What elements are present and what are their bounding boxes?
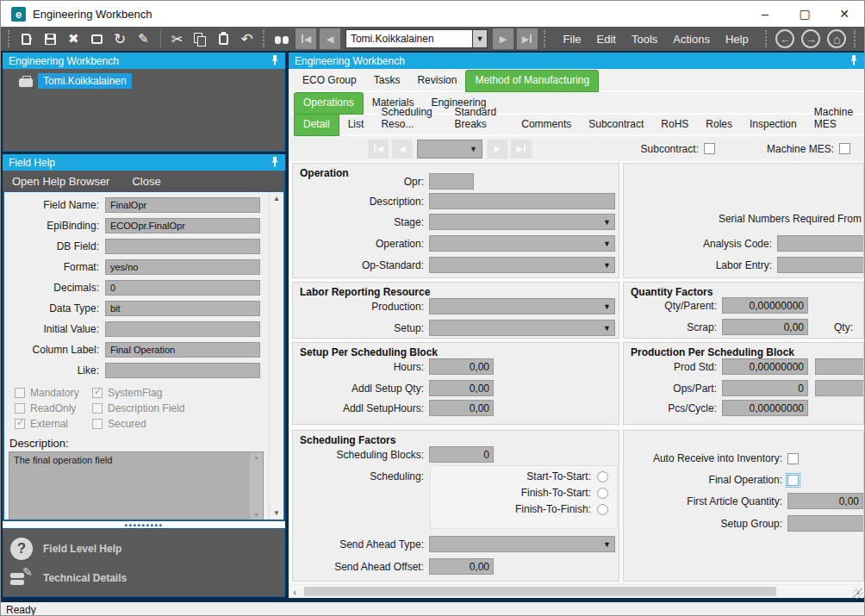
record-combobox-value[interactable]: Tomi.Koikkalainen (345, 29, 473, 48)
hours-input[interactable]: 0,00 (429, 358, 494, 375)
send-ahead-offset-input[interactable]: 0,00 (429, 558, 494, 575)
stage-combobox[interactable]: ▼ (429, 214, 615, 230)
menu-actions[interactable]: Actions (665, 29, 718, 49)
menu-tools[interactable]: Tools (624, 29, 665, 49)
toolbar-grip[interactable] (854, 30, 857, 47)
tab-roles[interactable]: Roles (697, 115, 741, 134)
tab-subcontract[interactable]: Subcontract (580, 115, 652, 134)
toolbar-grip[interactable] (765, 30, 769, 47)
prod-std-input[interactable]: 0,00000000 (722, 358, 808, 375)
menu-file[interactable]: File (556, 29, 589, 49)
systemflag-checkbox[interactable] (92, 388, 103, 398)
external-checkbox[interactable] (15, 419, 25, 429)
previous-record-button[interactable]: ◀ (320, 28, 340, 49)
copy-button[interactable] (190, 28, 211, 49)
pcs-cycle-input[interactable]: 0,00000000 (722, 400, 808, 416)
field-name-input[interactable]: FinalOpr (105, 197, 260, 213)
addl-setup-qty-input[interactable]: 0,00 (429, 380, 494, 396)
tab-scheduling-resources[interactable]: Scheduling Reso... (372, 103, 445, 134)
cut-button[interactable]: ✂ (166, 28, 188, 49)
menu-edit[interactable]: Edit (589, 29, 624, 49)
scrollbar-thumb[interactable] (304, 587, 776, 596)
clear-button[interactable]: ✎ (133, 28, 154, 49)
subcontract-checkbox[interactable] (704, 143, 715, 154)
final-operation-checkbox[interactable] (787, 475, 799, 486)
minimize-button[interactable]: – (745, 1, 785, 27)
search-button[interactable] (271, 28, 293, 49)
ops-part-input[interactable]: 0 (722, 380, 808, 396)
scroll-left-icon[interactable]: ‹ (289, 587, 301, 597)
tab-detail[interactable]: Detail (294, 114, 339, 136)
maximize-button[interactable]: ▢ (785, 1, 825, 27)
delete-button[interactable]: ✖ (63, 28, 84, 49)
scroll-down-icon[interactable]: ▼ (273, 509, 280, 517)
tab-comments[interactable]: Comments (513, 115, 580, 134)
open-help-browser-button[interactable]: Open Help Browser (12, 175, 109, 188)
tab-rohs[interactable]: RoHS (652, 115, 697, 134)
tab-eco-group[interactable]: ECO Group (294, 71, 365, 90)
close-help-button[interactable]: Close (132, 175, 160, 188)
technical-details-item[interactable]: ✎ Technical Details (10, 563, 284, 593)
horizontal-scrollbar[interactable]: ‹ › (289, 585, 864, 598)
like-input[interactable] (105, 363, 260, 378)
field-help-scrollbar[interactable]: ▲▼ (269, 192, 283, 520)
record-combobox-dropdown[interactable]: ▼ (473, 29, 488, 48)
tab-inspection[interactable]: Inspection (741, 115, 806, 134)
db-field-input[interactable] (105, 239, 260, 254)
addl-setup-hours-input[interactable]: 0,00 (429, 400, 494, 416)
auto-receive-checkbox[interactable] (787, 453, 799, 464)
start-to-start-radio[interactable] (597, 471, 608, 482)
tab-machine-mes[interactable]: Machine MES (806, 103, 864, 134)
save-button[interactable] (40, 28, 61, 49)
back-button[interactable]: ← (775, 29, 794, 48)
last-record-button[interactable]: ▶ (517, 28, 538, 49)
description-scrollbar[interactable]: ▲▼ (250, 452, 263, 520)
opr-input[interactable] (429, 173, 474, 190)
setup-group-input[interactable] (787, 515, 864, 532)
previous-operation-button[interactable]: ◀ (392, 140, 413, 159)
resize-grip[interactable] (853, 588, 863, 599)
tab-list[interactable]: List (339, 115, 373, 134)
pin-icon[interactable] (849, 54, 858, 68)
machine-mes-checkbox[interactable] (839, 143, 850, 154)
tab-operations[interactable]: Operations (294, 92, 364, 115)
toolbar-grip[interactable] (8, 30, 11, 47)
first-article-quantity-input[interactable]: 0,00 (787, 493, 863, 509)
data-type-input[interactable]: bit (105, 301, 260, 316)
description-field-checkbox[interactable] (92, 403, 103, 414)
readonly-checkbox[interactable] (15, 403, 25, 414)
tab-standard-breaks[interactable]: Standard Breaks (445, 103, 513, 134)
form-button[interactable] (86, 28, 108, 49)
tab-method-of-manufacturing[interactable]: Method of Manufacturing (465, 70, 599, 92)
secured-checkbox[interactable] (92, 419, 103, 429)
operation-combobox[interactable]: ▼ (417, 140, 482, 159)
mandatory-checkbox[interactable] (15, 388, 25, 398)
scrap-input[interactable]: 0,00 (722, 319, 808, 335)
new-button[interactable]: ▾ (16, 28, 38, 49)
home-button[interactable]: ⌂ (827, 29, 846, 48)
panel-splitter[interactable]: ■■■■■■■■■ (3, 521, 285, 528)
setup-combobox[interactable]: ▼ (429, 320, 615, 336)
description-textarea[interactable]: The final operation field ▲▼ (9, 451, 264, 520)
operation-description-input[interactable] (429, 193, 615, 209)
first-record-button[interactable]: ◀ (296, 28, 316, 49)
production-combobox[interactable]: ▼ (429, 298, 615, 314)
labor-entry-input[interactable] (777, 257, 864, 273)
scheduling-blocks-input[interactable]: 0 (429, 446, 494, 463)
pin-icon[interactable] (271, 156, 279, 170)
forward-button[interactable]: → (801, 29, 820, 48)
refresh-button[interactable]: ↻ (109, 28, 131, 49)
ops-part-uom-input[interactable] (815, 380, 864, 396)
undo-button[interactable]: ↶ (236, 28, 258, 49)
initial-value-input[interactable] (105, 321, 260, 337)
record-combobox[interactable]: Tomi.Koikkalainen ▼ (345, 29, 488, 48)
field-level-help-item[interactable]: ? Field Level Help (10, 534, 284, 563)
tree-item-label[interactable]: Tomi.Koikkalainen (38, 73, 132, 89)
next-record-button[interactable]: ▶ (493, 28, 513, 49)
toolbar-grip[interactable] (544, 30, 547, 47)
paste-button[interactable] (213, 28, 234, 49)
next-operation-button[interactable]: ▶ (487, 140, 507, 159)
toolbar-grip[interactable] (263, 30, 266, 47)
column-label-input[interactable]: Final Operation (105, 342, 260, 358)
finish-to-start-radio[interactable] (597, 488, 608, 499)
